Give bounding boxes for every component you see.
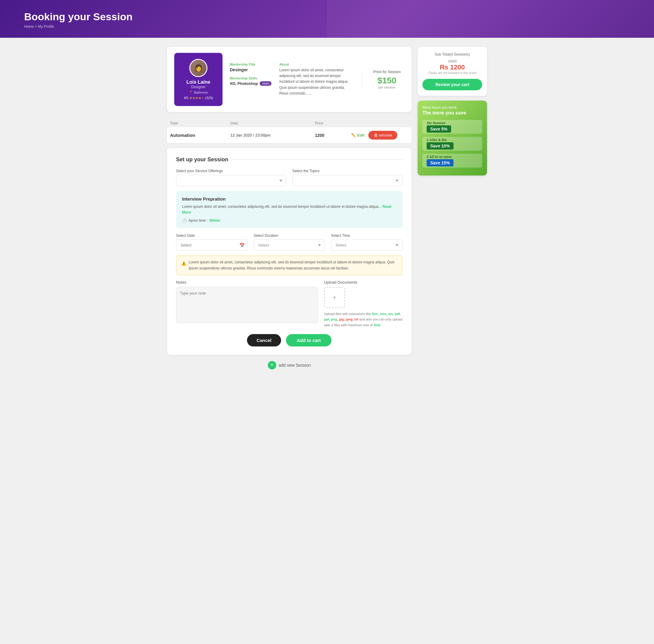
upload-box[interactable]: + xyxy=(324,287,345,308)
topics-group: Select the Topics xyxy=(292,169,402,186)
duration-select[interactable]: Select xyxy=(254,239,325,251)
mentor-location: 📍 Baltimore xyxy=(189,90,208,94)
warning-box: ⚠️ Lorem ipsum dolor sit amet, consectet… xyxy=(176,256,402,275)
cart-total-price: Rs 1200 xyxy=(422,64,482,71)
service-offerings-group: Select your Service Offerings xyxy=(176,169,286,186)
saving-item-2: 1 1/2hr & 2hr Save 10% xyxy=(422,137,482,151)
time-label: Select Time xyxy=(331,233,402,238)
upload-exts-red: jpg, jpeg, txt xyxy=(339,318,359,321)
page-title: Booking your Session xyxy=(24,11,630,23)
date-input-wrapper: 📅 xyxy=(176,239,248,251)
mentor-avatar-section: 👩 Lois Laine Designer 📍 Baltimore 4/5 ★★… xyxy=(174,53,223,106)
mentor-info: Mentorship Title Desinger Mentorship Ski… xyxy=(230,63,355,96)
plus-icon: + xyxy=(332,293,337,302)
table-row: Automation 12 Jan 2020 / 23:00pm 1200 ✏️… xyxy=(167,127,412,143)
row-price: 1200 xyxy=(315,133,351,138)
breadcrumb: Home > My Profile xyxy=(24,24,630,29)
col-date: Date xyxy=(230,121,315,125)
add-session-row: + add new Session xyxy=(167,361,412,369)
approx-time-value: 60min xyxy=(210,218,220,223)
date-duration-time-row: Select Date 📅 Select Duration Select xyxy=(176,233,402,251)
mentorship-title-label: Mentorship Title xyxy=(230,63,272,66)
mentor-role: Designer xyxy=(191,85,206,89)
mentor-name: Lois Laine xyxy=(186,79,210,85)
duration-label: Select Duration xyxy=(254,233,325,238)
about-section: About Lorem ipsum dolor sit amet, consec… xyxy=(279,63,355,96)
warning-icon: ⚠️ xyxy=(181,260,186,271)
price-period: per session xyxy=(370,86,404,89)
savings-banner: More hours you book, The more you save 1… xyxy=(418,100,487,176)
add-to-cart-button[interactable]: Add to cart xyxy=(286,334,331,346)
saving-session-2: 1 1/2hr & 2hr xyxy=(427,138,479,142)
service-label: Select your Service Offerings xyxy=(176,169,286,173)
table-actions: ✏️ Edit 🗑 remove xyxy=(351,131,408,140)
warning-text: Lorem ipsum dolor sit amet, consectetur … xyxy=(189,259,397,271)
approx-time: 🕐 Aprox time : 60min xyxy=(182,218,396,223)
review-cart-button[interactable]: Review your cart xyxy=(422,79,482,90)
remove-button[interactable]: 🗑 remove xyxy=(368,131,397,140)
table-header: Topic Date Price xyxy=(167,119,412,127)
date-input[interactable] xyxy=(176,239,248,251)
header-banner: Booking your Session Home > My Profile xyxy=(0,0,654,38)
offerings-topics-row: Select your Service Offerings Select the… xyxy=(176,169,402,186)
service-offerings-select[interactable] xyxy=(176,175,286,186)
duration-group: Select Duration Select xyxy=(254,233,325,251)
add-session-label: add new Session xyxy=(279,363,311,368)
cart-summary: Sub Total(4 Sessions) 1600 Rs 1200 (Taxe… xyxy=(418,47,487,96)
star-icons: ★★★★☆ xyxy=(189,96,204,100)
interview-box: Interview Prepration Lorem ipsum dolor s… xyxy=(176,191,402,228)
price-section: Price for Session $150 per session xyxy=(362,70,404,89)
saving-item-3: 2 1/2 hr or more Save 15% xyxy=(422,154,482,168)
interview-desc: Lorem ipsum dolor sit amet, consectetur … xyxy=(182,204,396,215)
calendar-icon: 📅 xyxy=(239,243,244,248)
about-label: About xyxy=(279,63,355,66)
avatar-image: 👩 xyxy=(190,60,207,76)
trash-icon: 🗑 xyxy=(374,133,378,137)
upload-section: Upload Documents + Upload files with ext… xyxy=(324,280,402,328)
setup-title: Set up your Session xyxy=(176,157,402,163)
row-date: 12 Jan 2020 / 23:00pm xyxy=(230,133,315,137)
time-select[interactable]: Select xyxy=(331,239,402,251)
sidebar: Sub Total(4 Sessions) 1600 Rs 1200 (Taxe… xyxy=(418,47,487,369)
skills-label: Mentorship Skills xyxy=(230,76,272,80)
upload-size: 3mb xyxy=(374,323,380,327)
mentor-rating: 4/5 ★★★★☆ (325) xyxy=(184,96,213,100)
price-label: Price for Session xyxy=(370,70,404,74)
savings-title: More hours you book, xyxy=(422,106,482,110)
row-topic: Automation xyxy=(170,133,230,138)
notes-textarea[interactable] xyxy=(176,287,318,323)
cart-note: (Taxes are not included in this price) xyxy=(422,71,482,75)
cart-subtitle: Sub Total(4 Sessions) xyxy=(422,52,482,56)
savings-subtitle: The more you save xyxy=(422,110,482,116)
edit-icon: ✏️ xyxy=(351,133,356,137)
topics-label: Select the Topics xyxy=(292,169,402,173)
edit-button[interactable]: ✏️ Edit xyxy=(351,133,365,137)
saving-session-3: 2 1/2 hr or more xyxy=(427,155,479,159)
upload-label: Upload Documents xyxy=(324,280,402,284)
skills-value: XD, Photoshop xyxy=(230,81,258,86)
avatar: 👩 xyxy=(189,59,207,77)
mentorship-title-section: Mentorship Title Desinger Mentorship Ski… xyxy=(230,63,272,96)
saving-pct-1: Save 5% xyxy=(427,125,451,133)
saving-pct-3: Save 15% xyxy=(427,159,453,166)
about-text: Lorem ipsum dolor sit amet, consectetur … xyxy=(279,67,355,96)
date-label: Select Date xyxy=(176,233,248,238)
col-price: Price xyxy=(315,121,351,125)
notes-section: Notes xyxy=(176,280,318,328)
topics-select[interactable] xyxy=(292,175,402,186)
mentor-card: 👩 Lois Laine Designer 📍 Baltimore 4/5 ★★… xyxy=(167,47,412,112)
add-session-button[interactable]: + xyxy=(268,361,276,369)
session-table: Topic Date Price Automation 12 Jan 2020 … xyxy=(167,119,412,143)
mentorship-title-value: Desinger xyxy=(230,67,272,72)
more-badge: more xyxy=(260,81,272,86)
time-group: Select Time Select xyxy=(331,233,402,251)
upload-hint: Upload files with extensions like Doc, x… xyxy=(324,311,402,328)
notes-label: Notes xyxy=(176,280,318,284)
saving-item-1: 1hr Session Save 5% xyxy=(422,120,482,134)
cart-original-price: 1600 xyxy=(422,59,482,64)
notes-upload-row: Notes Upload Documents + Upload files wi… xyxy=(176,280,402,328)
location-icon: 📍 xyxy=(189,90,193,94)
cancel-button[interactable]: Cancel xyxy=(247,334,281,346)
session-setup-card: Set up your Session Select your Service … xyxy=(167,148,412,355)
skills-container: XD, Photoshop more xyxy=(230,81,272,86)
